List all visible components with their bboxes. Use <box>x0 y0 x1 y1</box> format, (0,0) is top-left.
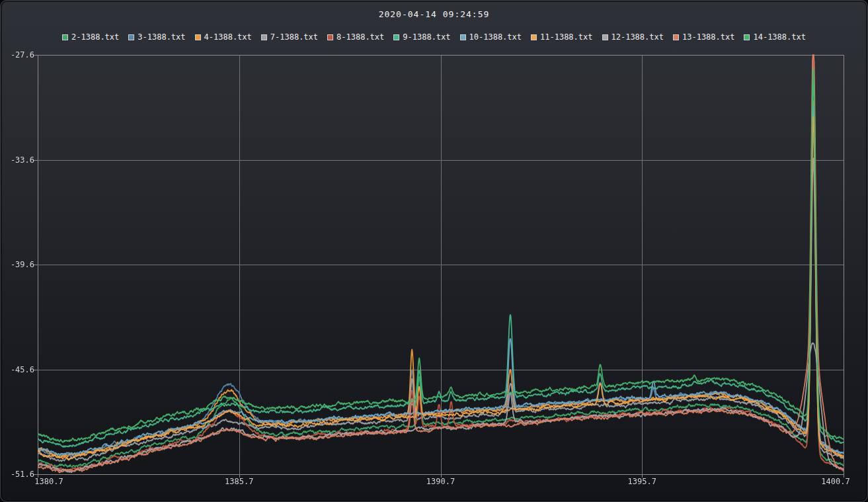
y-tick-label: -51.6 <box>4 470 34 478</box>
y-tick-label: -39.6 <box>4 261 34 269</box>
plot-canvas[interactable] <box>0 0 868 502</box>
y-tick-label: -45.6 <box>4 366 34 374</box>
x-tick-label: 1390.7 <box>426 477 455 486</box>
chart-panel: 2020-04-14 09:24:59 2-1388.txt3-1388.txt… <box>0 0 868 502</box>
x-tick-label: 1395.7 <box>628 477 656 486</box>
x-tick-label: 1380.7 <box>34 477 63 486</box>
x-tick-label: 1400.7 <box>821 477 849 486</box>
y-tick-label: -33.6 <box>4 156 34 164</box>
y-tick-label: -27.6 <box>4 51 34 59</box>
x-tick-label: 1385.7 <box>225 477 253 486</box>
